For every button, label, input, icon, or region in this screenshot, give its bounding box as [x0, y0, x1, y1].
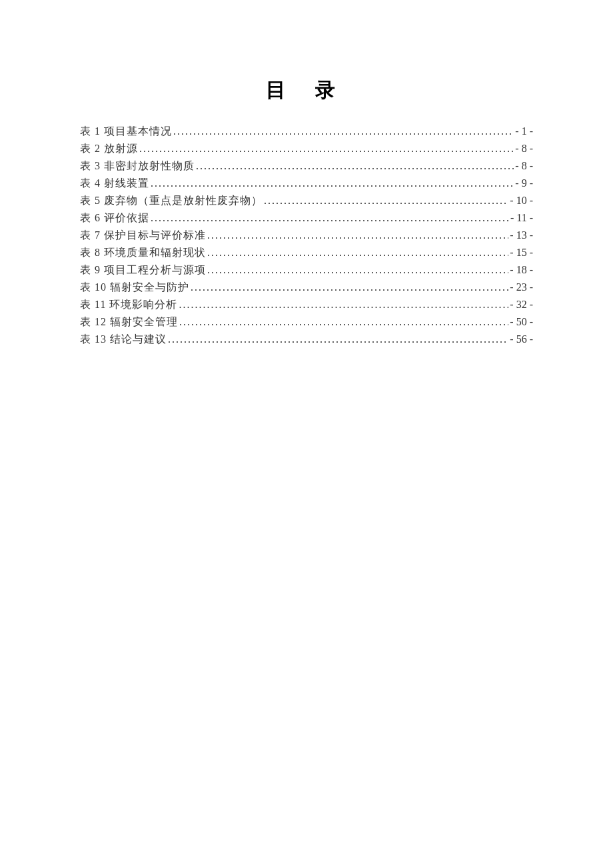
toc-dots [207, 244, 508, 261]
toc-entry-page: - 10 - [510, 192, 533, 209]
toc-entry-page: - 1 - [515, 123, 533, 140]
toc-dots [151, 209, 509, 227]
toc-entry-page: - 11 - [510, 209, 533, 227]
toc-dots [168, 331, 508, 348]
toc-entry-label: 表 1 项目基本情况 [80, 123, 172, 140]
toc-entry-page: - 8 - [515, 140, 533, 157]
toc-entry-page: - 8 - [515, 157, 533, 175]
document-page: 目 录 表 1 项目基本情况 - 1 - 表 2 放射源 - 8 - 表 3 非… [0, 0, 613, 348]
toc-entry-label: 表 12 辐射安全管理 [80, 313, 178, 331]
toc-entry: 表 1 项目基本情况 - 1 - [80, 123, 533, 140]
toc-entry-page: - 32 - [510, 296, 533, 313]
toc-entry: 表 6 评价依据 - 11 - [80, 209, 533, 227]
toc-entry: 表 5 废弃物（重点是放射性废弃物） - 10 - [80, 192, 533, 209]
toc-entry-label: 表 4 射线装置 [80, 175, 149, 192]
toc-entry-page: - 15 - [510, 244, 533, 261]
toc-entry: 表 10 辐射安全与防护 - 23 - [80, 279, 533, 296]
table-of-contents: 表 1 项目基本情况 - 1 - 表 2 放射源 - 8 - 表 3 非密封放射… [80, 123, 533, 348]
toc-entry-page: - 13 - [510, 227, 533, 244]
toc-entry: 表 13 结论与建议 - 56 - [80, 331, 533, 348]
toc-dots [264, 192, 508, 209]
toc-entry: 表 11 环境影响分析 - 32 - [80, 296, 533, 313]
toc-entry: 表 8 环境质量和辐射现状 - 15 - [80, 244, 533, 261]
toc-entry: 表 3 非密封放射性物质 - 8 - [80, 157, 533, 175]
toc-entry-label: 表 7 保护目标与评价标准 [80, 227, 206, 244]
toc-entry-label: 表 10 辐射安全与防护 [80, 279, 189, 296]
toc-entry-label: 表 11 环境影响分析 [80, 296, 177, 313]
toc-entry: 表 12 辐射安全管理 - 50 - [80, 313, 533, 331]
toc-entry: 表 9 项目工程分析与源项 - 18 - [80, 261, 533, 279]
toc-entry-label: 表 6 评价依据 [80, 209, 149, 227]
toc-entry-label: 表 2 放射源 [80, 140, 138, 157]
toc-entry-label: 表 13 结论与建议 [80, 331, 167, 348]
toc-dots [173, 123, 514, 140]
toc-entry-page: - 23 - [510, 279, 533, 296]
toc-dots [179, 296, 508, 313]
toc-entry-label: 表 3 非密封放射性物质 [80, 157, 195, 175]
toc-dots [151, 175, 514, 192]
toc-entry-label: 表 5 废弃物（重点是放射性废弃物） [80, 192, 263, 209]
toc-entry-page: - 50 - [510, 313, 533, 331]
toc-dots [207, 261, 508, 279]
toc-dots [179, 313, 508, 331]
toc-entry: 表 7 保护目标与评价标准 - 13 - [80, 227, 533, 244]
toc-entry-label: 表 8 环境质量和辐射现状 [80, 244, 206, 261]
toc-entry: 表 4 射线装置 - 9 - [80, 175, 533, 192]
toc-entry-page: - 18 - [510, 261, 533, 279]
toc-dots [196, 157, 514, 175]
toc-entry-page: - 56 - [510, 331, 533, 348]
toc-dots [207, 227, 508, 244]
toc-dots [139, 140, 514, 157]
toc-entry-page: - 9 - [515, 175, 533, 192]
toc-entry: 表 2 放射源 - 8 - [80, 140, 533, 157]
toc-dots [191, 279, 508, 296]
toc-entry-label: 表 9 项目工程分析与源项 [80, 261, 206, 279]
page-title: 目 录 [80, 77, 533, 104]
